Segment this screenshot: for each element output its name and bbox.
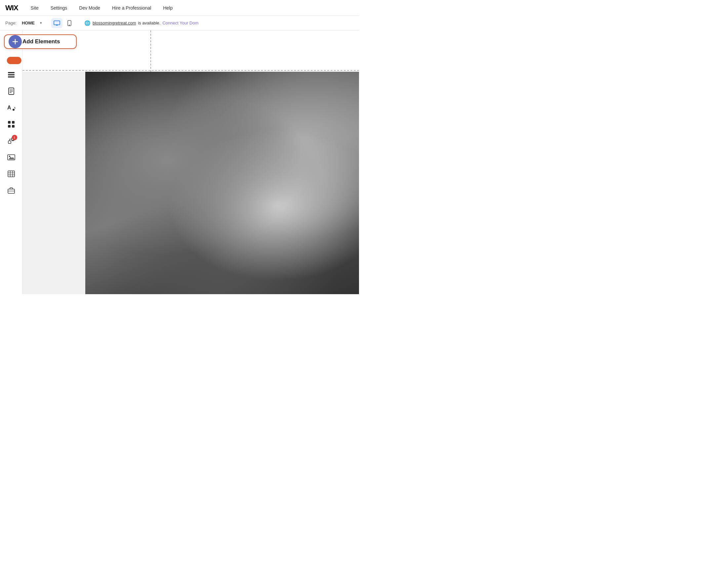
nav-help[interactable]: Help — [161, 4, 174, 12]
canvas-image — [85, 72, 359, 294]
svg-point-15 — [13, 109, 15, 111]
nav-site[interactable]: Site — [29, 4, 41, 12]
desktop-view-button[interactable] — [51, 18, 62, 28]
svg-rect-16 — [8, 121, 10, 124]
svg-rect-0 — [54, 21, 60, 25]
mobile-view-button[interactable] — [64, 18, 75, 28]
add-elements-container: Add Elements — [0, 33, 22, 54]
svg-rect-18 — [8, 125, 10, 128]
bw-image-bg — [85, 72, 359, 294]
globe-icon: 🌐 — [84, 20, 90, 26]
add-elements-popup: Add Elements — [4, 34, 77, 49]
sidebar-item-media[interactable] — [3, 149, 19, 165]
left-sidebar: Add Elements A — [0, 30, 22, 294]
page-toolbar: Page: HOME ▾ 🌐 blossomingretreat.com is … — [0, 16, 359, 30]
top-navigation: WIX Site Settings Dev Mode Hire a Profes… — [0, 0, 359, 16]
nav-settings[interactable]: Settings — [48, 4, 69, 12]
svg-rect-17 — [12, 121, 15, 124]
domain-link[interactable]: blossomingretreat.com — [92, 21, 136, 25]
sidebar-item-menu[interactable] — [3, 67, 19, 83]
horizontal-guide — [22, 70, 359, 71]
svg-point-22 — [12, 140, 14, 141]
sidebar-item-text-theme[interactable]: A — [3, 100, 19, 116]
plugins-badge: 1 — [12, 135, 17, 140]
add-elements-button[interactable] — [8, 35, 22, 48]
connect-domain-link[interactable]: Connect Your Dom — [162, 21, 198, 25]
svg-rect-8 — [8, 76, 15, 78]
domain-available-text: is available. — [138, 21, 160, 25]
sidebar-item-pages[interactable] — [3, 83, 19, 99]
svg-marker-14 — [14, 107, 15, 109]
svg-rect-1 — [56, 25, 58, 25]
device-switcher — [51, 18, 75, 28]
nav-hire[interactable]: Hire a Professional — [110, 4, 153, 12]
svg-rect-20 — [8, 141, 11, 144]
svg-rect-19 — [12, 125, 15, 128]
page-label: Page: — [5, 21, 17, 25]
orange-toggle[interactable] — [7, 57, 21, 64]
domain-bar: 🌐 blossomingretreat.com is available. Co… — [84, 20, 199, 26]
sidebar-item-plugins[interactable]: 1 — [3, 133, 19, 149]
sidebar-item-briefcase[interactable] — [3, 183, 19, 198]
svg-text:A: A — [7, 105, 11, 110]
svg-point-3 — [69, 25, 70, 25]
main-area: Add Elements A — [0, 30, 359, 294]
page-dropdown-icon[interactable]: ▾ — [40, 21, 42, 25]
wix-logo: WIX — [5, 4, 18, 12]
nav-dev-mode[interactable]: Dev Mode — [77, 4, 102, 12]
svg-rect-7 — [8, 75, 15, 76]
svg-rect-6 — [8, 72, 15, 74]
sidebar-item-apps[interactable] — [3, 116, 19, 132]
svg-marker-25 — [8, 157, 15, 159]
page-name: HOME — [22, 21, 35, 25]
svg-point-26 — [9, 156, 10, 157]
canvas-area — [22, 30, 359, 294]
sidebar-item-table[interactable] — [3, 166, 19, 182]
svg-rect-27 — [8, 171, 15, 177]
add-elements-label: Add Elements — [22, 38, 60, 45]
